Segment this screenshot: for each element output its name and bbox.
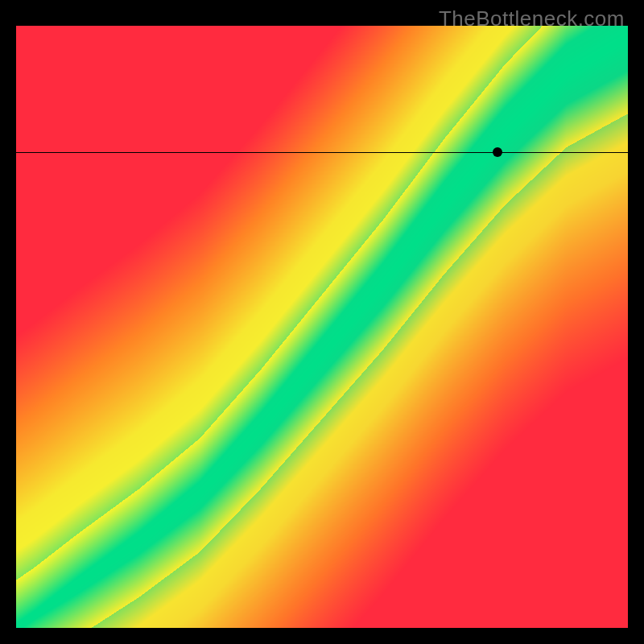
crosshair-vertical bbox=[497, 628, 498, 630]
chart-stage: TheBottleneck.com bbox=[0, 0, 644, 644]
watermark-text: TheBottleneck.com bbox=[439, 6, 625, 31]
heatmap-plot[interactable] bbox=[14, 24, 630, 630]
heatmap-canvas bbox=[16, 26, 628, 628]
